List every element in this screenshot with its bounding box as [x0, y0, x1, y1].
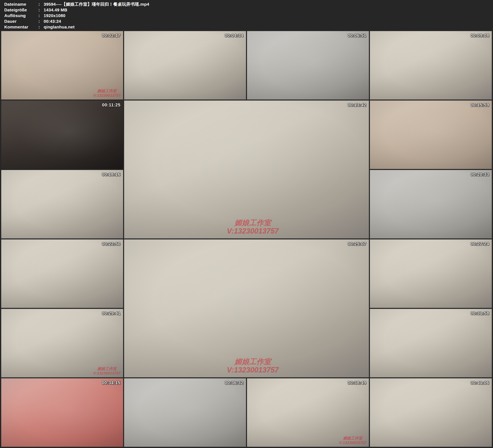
video-thumbnail: 00:34:15 — [1, 378, 123, 447]
comment-label: Kommentar — [4, 24, 38, 30]
resolution-value: 1920x1080 — [44, 13, 491, 19]
filesize-label: Dateigröße — [4, 7, 38, 13]
studio-watermark: 媚娘工作室V:13230013757 — [227, 358, 279, 374]
watermark-line1: 媚娘工作室 — [339, 436, 367, 440]
separator: : — [38, 19, 44, 24]
filename-value: 39594----【媚娘工作室】瑾年回归！餐桌玩弄书瑶.mp4 — [44, 1, 491, 7]
video-thumbnail: 00:38:49媚娘工作室V:13230013757 — [247, 378, 369, 447]
video-thumbnail: 00:22:50 — [1, 239, 123, 308]
separator: : — [38, 13, 44, 19]
thumbnail-grid: 00:02:17媚娘工作室V:1323001375700:04:3400:06:… — [1, 31, 492, 447]
resolution-label: Auflösung — [4, 13, 38, 19]
timestamp-overlay: 00:02:17 — [102, 33, 121, 38]
timestamp-overlay: 00:18:16 — [102, 172, 121, 177]
watermark-line1: 媚娘工作室 — [93, 89, 121, 93]
meta-row-filename: Dateiname : 39594----【媚娘工作室】瑾年回归！餐桌玩弄书瑶.… — [4, 1, 491, 7]
video-thumbnail: 00:06:51 — [247, 31, 369, 100]
timestamp-overlay: 00:25:07 — [347, 241, 366, 246]
timestamp-overlay: 00:34:15 — [102, 380, 121, 385]
timestamp-overlay: 00:06:51 — [347, 33, 366, 38]
timestamp-overlay: 00:04:34 — [225, 33, 243, 38]
duration-value: 00:43:24 — [44, 19, 491, 24]
video-thumbnail: 00:15:59 — [370, 101, 492, 169]
file-info-header: Dateiname : 39594----【媚娘工作室】瑾年回归！餐桌玩弄书瑶.… — [4, 1, 491, 30]
video-thumbnail: 00:02:17媚娘工作室V:13230013757 — [1, 31, 123, 100]
video-thumbnail: 00:18:16 — [1, 170, 123, 238]
watermark-line2: V:13230013757 — [93, 93, 121, 98]
filesize-value: 1434.49 MB — [44, 7, 491, 13]
studio-watermark: 媚娘工作室V:13230013757 — [339, 436, 367, 445]
timestamp-overlay: 00:38:49 — [347, 380, 366, 385]
meta-row-resolution: Auflösung : 1920x1080 — [4, 13, 491, 19]
separator: : — [38, 24, 44, 30]
timestamp-overlay: 00:22:50 — [102, 241, 121, 246]
video-thumbnail: 00:31:58 — [370, 309, 492, 377]
watermark-line2: V:13230013757 — [93, 371, 121, 375]
timestamp-overlay: 00:36:32 — [225, 380, 243, 385]
studio-watermark: 媚娘工作室V:13230013757 — [227, 219, 279, 235]
timestamp-overlay: 00:41:06 — [471, 380, 489, 385]
filename-label: Dateiname — [4, 1, 38, 7]
video-thumbnail: 00:09:08 — [370, 31, 492, 100]
watermark-line1: 媚娘工作室 — [227, 219, 279, 227]
watermark-line2: V:13230013757 — [227, 227, 279, 235]
timestamp-overlay: 00:31:58 — [471, 311, 489, 316]
timestamp-overlay: 00:13:42 — [347, 102, 366, 108]
timestamp-overlay: 00:11:25 — [102, 102, 121, 108]
watermark-line2: V:13230013757 — [227, 366, 279, 374]
meta-row-duration: Dauer : 00:43:24 — [4, 19, 491, 24]
studio-watermark: 媚娘工作室V:13230013757 — [93, 367, 121, 375]
timestamp-overlay: 00:20:33 — [471, 172, 489, 177]
timestamp-overlay: 00:29:41 — [102, 311, 121, 316]
watermark-line2: V:13230013757 — [339, 440, 367, 445]
video-thumbnail: 00:29:41媚娘工作室V:13230013757 — [1, 309, 123, 377]
studio-watermark: 媚娘工作室V:13230013757 — [93, 89, 121, 98]
video-thumbnail: 00:20:33 — [370, 170, 492, 238]
timestamp-overlay: 00:15:59 — [471, 102, 489, 108]
separator: : — [38, 1, 44, 7]
video-thumbnail: 00:13:42媚娘工作室V:13230013757 — [124, 101, 369, 238]
video-thumbnail: 00:41:06 — [370, 378, 492, 447]
meta-row-comment: Kommentar : qinglanhua.net — [4, 24, 491, 30]
separator: : — [38, 7, 44, 13]
watermark-line1: 媚娘工作室 — [93, 367, 121, 371]
video-thumbnail: 00:25:07媚娘工作室V:13230013757 — [124, 239, 369, 377]
video-thumbnail: 00:11:25 — [1, 101, 123, 169]
timestamp-overlay: 00:09:08 — [471, 33, 489, 38]
timestamp-overlay: 00:27:24 — [471, 241, 489, 246]
video-thumbnail: 00:36:32 — [124, 378, 246, 447]
video-thumbnail: 00:04:34 — [124, 31, 246, 100]
video-thumbnail: 00:27:24 — [370, 239, 492, 308]
watermark-line1: 媚娘工作室 — [227, 358, 279, 366]
video-contact-sheet: Dateiname : 39594----【媚娘工作室】瑾年回归！餐桌玩弄书瑶.… — [0, 0, 493, 448]
meta-row-filesize: Dateigröße : 1434.49 MB — [4, 7, 491, 13]
comment-value: qinglanhua.net — [44, 24, 491, 30]
duration-label: Dauer — [4, 19, 38, 24]
